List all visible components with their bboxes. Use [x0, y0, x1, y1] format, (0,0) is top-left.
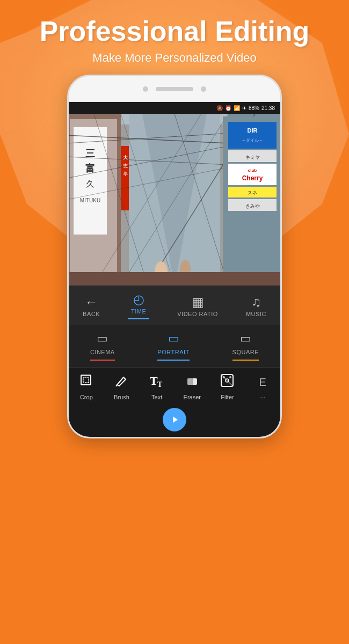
more-label: ... — [260, 392, 265, 399]
svg-rect-57 — [81, 375, 91, 385]
status-alarm-icon: ⏰ — [225, 105, 231, 111]
status-battery: 88% — [249, 105, 259, 111]
svg-marker-69 — [173, 416, 178, 423]
fab-row — [69, 405, 280, 437]
svg-text:club: club — [248, 168, 257, 173]
text-label: Text — [151, 394, 162, 400]
svg-rect-63 — [187, 378, 192, 385]
portrait-label: PORTRAIT — [157, 349, 189, 355]
svg-point-67 — [223, 376, 225, 378]
cinema-icon: ▭ — [97, 332, 108, 346]
page-title: Professional Editing — [0, 16, 349, 47]
svg-text:スネ: スネ — [248, 190, 257, 195]
svg-point-68 — [229, 376, 231, 378]
svg-text:T: T — [150, 374, 158, 387]
brush-tool[interactable]: Brush — [107, 373, 136, 400]
svg-text:富: 富 — [85, 163, 95, 174]
more-icon: E — [259, 375, 266, 390]
main-toolbar: ← BACK ◴ TIME ▦ VIDEO RATIO ♫ MUSIC — [69, 286, 280, 325]
video-ratio-button[interactable]: ▦ VIDEO RATIO — [172, 296, 223, 317]
text-tool[interactable]: T T Text — [142, 373, 172, 400]
status-silent-icon: 🔕 — [216, 105, 223, 111]
cinema-underline — [90, 360, 115, 361]
svg-text:久: 久 — [86, 179, 94, 188]
svg-text:MITUKU: MITUKU — [80, 197, 100, 203]
music-label: MUSIC — [246, 311, 266, 317]
header-section: Professional Editing Make More Personali… — [0, 0, 349, 65]
status-airplane-icon: ✈ — [242, 105, 246, 111]
back-button[interactable]: ← BACK — [77, 296, 105, 317]
square-ratio-button[interactable]: ▭ SQUARE — [226, 332, 265, 361]
svg-text:志: 志 — [123, 163, 128, 169]
phone-sensor — [201, 86, 206, 92]
edit-toolbar: Crop Brush T — [69, 367, 280, 405]
svg-text:DIR: DIR — [248, 127, 258, 134]
square-icon: ▭ — [240, 332, 251, 346]
svg-text:三: 三 — [85, 148, 95, 159]
crop-icon — [79, 373, 94, 392]
cinema-label: CINEMA — [90, 349, 115, 355]
back-label: BACK — [83, 311, 100, 317]
svg-rect-56 — [69, 272, 280, 286]
time-icon: ◴ — [133, 293, 144, 306]
svg-text:T: T — [157, 380, 163, 388]
phone-speaker — [156, 87, 193, 91]
music-button[interactable]: ♫ MUSIC — [241, 296, 272, 317]
back-icon: ← — [85, 296, 98, 309]
time-button[interactable]: ◴ TIME — [122, 293, 155, 319]
eraser-tool[interactable]: Eraser — [177, 373, 207, 400]
svg-text:Cherry: Cherry — [242, 174, 263, 182]
music-icon: ♫ — [251, 296, 261, 309]
brush-icon — [114, 373, 129, 392]
video-ratio-label: VIDEO RATIO — [177, 311, 218, 317]
status-bar: 🔕 ⏰ 📶 ✈ 88% 21:38 — [69, 102, 280, 114]
svg-line-59 — [116, 385, 117, 386]
phone-top-bar — [69, 76, 280, 102]
edit-row: Crop Brush T — [69, 373, 280, 400]
more-tool[interactable]: E ... — [248, 375, 278, 399]
eraser-icon — [185, 373, 200, 392]
brush-label: Brush — [114, 394, 129, 400]
text-icon: T T — [149, 373, 165, 392]
portrait-ratio-button[interactable]: ▭ PORTRAIT — [151, 332, 195, 361]
video-ratio-icon: ▦ — [192, 296, 204, 309]
cinema-ratio-button[interactable]: ▭ CINEMA — [84, 332, 121, 361]
svg-rect-58 — [83, 377, 89, 383]
status-time: 21:38 — [261, 105, 275, 111]
phone-wrapper: 🔕 ⏰ 📶 ✈ 88% 21:38 — [0, 75, 349, 438]
svg-rect-42 — [228, 122, 277, 149]
filter-icon — [220, 373, 235, 392]
square-underline — [232, 360, 259, 361]
svg-text:～ダイル～: ～ダイル～ — [242, 138, 263, 143]
status-wifi-icon: 📶 — [234, 105, 240, 111]
eraser-label: Eraser — [184, 394, 201, 400]
video-scene: 三 富 久 MITUKU 大 志 亭 — [69, 114, 280, 286]
svg-text:きみや: きみや — [245, 203, 260, 209]
filter-label: Filter — [221, 394, 234, 400]
time-label: TIME — [131, 308, 146, 314]
svg-text:キミヤ: キミヤ — [245, 155, 260, 160]
portrait-underline — [157, 360, 189, 361]
toolbar-row: ← BACK ◴ TIME ▦ VIDEO RATIO ♫ MUSIC — [69, 293, 280, 319]
fab-button[interactable] — [163, 408, 186, 431]
crop-label: Crop — [80, 394, 93, 400]
svg-text:亭: 亭 — [123, 171, 128, 177]
phone-device: 🔕 ⏰ 📶 ✈ 88% 21:38 — [67, 75, 282, 438]
filter-tool[interactable]: Filter — [213, 373, 242, 400]
square-label: SQUARE — [232, 349, 259, 355]
ratio-row: ▭ CINEMA ▭ PORTRAIT ▭ SQUARE — [69, 332, 280, 361]
crop-tool[interactable]: Crop — [71, 373, 101, 400]
ratio-section: ▭ CINEMA ▭ PORTRAIT ▭ SQUARE — [69, 325, 280, 367]
portrait-icon: ▭ — [168, 332, 179, 346]
page-subtitle: Make More Personalized Video — [0, 51, 349, 65]
time-underline — [128, 318, 149, 319]
video-frame: 三 富 久 MITUKU 大 志 亭 — [69, 114, 280, 286]
phone-camera — [143, 86, 148, 92]
